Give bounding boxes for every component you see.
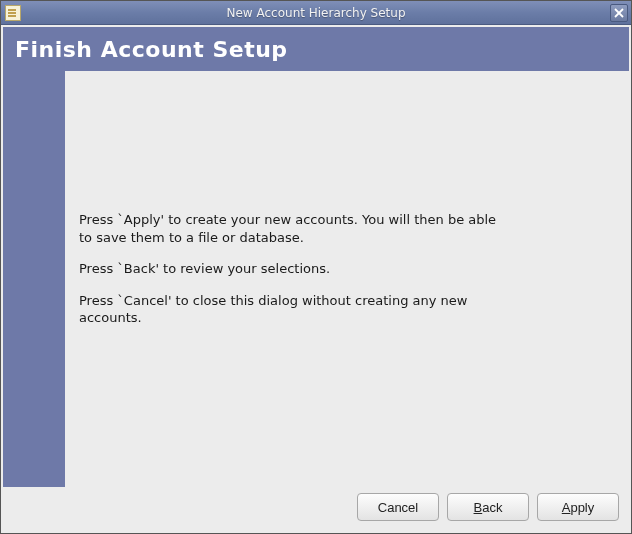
wizard-content: Press `Apply' to create your new account… <box>65 71 629 487</box>
wizard-body: Press `Apply' to create your new account… <box>3 71 629 487</box>
instruction-paragraph: Press `Back' to review your selections. <box>79 260 499 278</box>
page-title: Finish Account Setup <box>15 37 288 62</box>
wizard-header: Finish Account Setup <box>3 27 629 71</box>
wizard-side-stripe <box>3 71 65 487</box>
dialog-window: New Account Hierarchy Setup Finish Accou… <box>0 0 632 534</box>
window-close-button[interactable] <box>610 4 628 22</box>
cancel-button[interactable]: Cancel <box>357 493 439 521</box>
titlebar: New Account Hierarchy Setup <box>1 1 631 25</box>
window-title: New Account Hierarchy Setup <box>1 6 631 20</box>
button-label-rest: ack <box>482 500 502 515</box>
back-button[interactable]: Back <box>447 493 529 521</box>
instruction-text: Press `Apply' to create your new account… <box>79 211 499 341</box>
mnemonic-letter: B <box>474 500 483 515</box>
app-icon <box>5 5 21 21</box>
instruction-paragraph: Press `Apply' to create your new account… <box>79 211 499 246</box>
button-label: Cancel <box>378 500 418 515</box>
client-area: Finish Account Setup Press `Apply' to cr… <box>1 25 631 533</box>
close-icon <box>614 8 624 18</box>
button-bar: Cancel Back Apply <box>3 487 629 531</box>
instruction-paragraph: Press `Cancel' to close this dialog with… <box>79 292 499 327</box>
apply-button[interactable]: Apply <box>537 493 619 521</box>
button-label-rest: pply <box>570 500 594 515</box>
